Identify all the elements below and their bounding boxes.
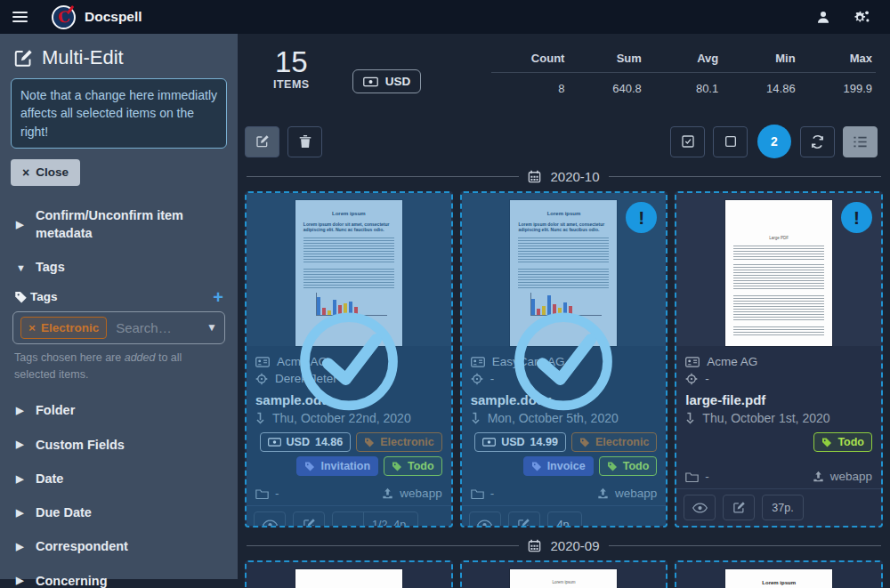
sidebar-item-folder[interactable]: ▶ Folder <box>11 393 227 427</box>
card-footer: → 1/2, 4p. <box>247 505 451 528</box>
edit-item-button[interactable] <box>293 511 325 528</box>
tags-help-text: Tags chosen here are added to all select… <box>12 344 225 389</box>
tags-search-placeholder: Search… <box>116 320 172 335</box>
card-footer: 37p. <box>676 488 881 526</box>
tag-badge-todo[interactable]: Todo <box>384 456 442 476</box>
page-count: 1/2, 4p. <box>363 512 417 528</box>
caret-right-icon: ▶ <box>16 507 23 519</box>
tag-chip-electronic[interactable]: × Electronic <box>20 317 107 339</box>
currency-badge: USD <box>352 69 422 93</box>
sidebar-item-custom-fields[interactable]: ▶ Custom Fields <box>11 428 227 462</box>
selection-toolbar: 2 <box>238 121 890 165</box>
preview-eye-button[interactable] <box>684 495 716 520</box>
tag-icon <box>579 437 590 447</box>
chevron-down-icon[interactable]: ▼ <box>206 321 217 334</box>
document-preview: Keywords in PDF <box>247 562 451 588</box>
tags-search-input[interactable]: × Electronic Search… ▼ <box>12 311 225 344</box>
calendar-icon <box>528 539 541 552</box>
item-card[interactable]: Keywords in PDF <box>245 560 453 588</box>
caret-down-icon: ▼ <box>16 262 23 273</box>
top-navbar: C Docspell <box>0 0 890 34</box>
caret-right-icon: ▶ <box>16 473 23 485</box>
tag-badge-invitation[interactable]: Invitation <box>296 456 378 476</box>
delete-selected-button[interactable] <box>287 126 322 157</box>
stats-header: 15 ITEMS USD CountSum AvgMin Max 8640.8 … <box>238 34 890 121</box>
amount-badge: USD 14.86 <box>260 432 352 452</box>
item-date-row: Thu, October 22nd, 2020 <box>255 409 442 431</box>
multi-edit-sidebar: Multi-Edit Note that a change here immed… <box>0 34 238 579</box>
concerning-row: - <box>685 370 872 387</box>
sidebar-item-concerning[interactable]: ▶ Concerning <box>11 564 227 588</box>
item-name: sample.docx <box>471 387 658 409</box>
item-card[interactable]: Lorem ipsum Lorem ipsum dolor sit amet, … <box>675 560 883 588</box>
tag-icon <box>14 290 28 303</box>
close-button[interactable]: × Close <box>11 159 80 186</box>
concerning-row: - <box>471 370 658 387</box>
preview-chart <box>316 293 387 316</box>
item-card[interactable]: Lorem ipsum Lorem ipsum dolor sit amet, … <box>460 560 668 588</box>
card-footer: 4p. <box>462 505 667 528</box>
item-card-large-file-pdf[interactable]: ! Large PDF Acme AG <box>675 191 883 528</box>
page-count: 37p. <box>762 495 803 520</box>
tag-icon <box>531 461 542 471</box>
next-attachment-button[interactable]: → <box>333 512 363 528</box>
tag-badge-todo[interactable]: Todo <box>599 456 658 476</box>
tag-icon <box>821 437 832 447</box>
user-icon[interactable] <box>815 9 831 25</box>
docspell-logo: C <box>52 5 76 29</box>
refresh-button[interactable] <box>800 126 835 157</box>
person-target-icon <box>685 373 698 385</box>
remove-tag-icon[interactable]: × <box>28 321 36 334</box>
correspondent-row: EasyCare AG <box>471 353 658 370</box>
item-card-grid: Lorem ipsum Lorem ipsum dolor sit amet, … <box>238 191 890 528</box>
folder-icon <box>685 471 699 482</box>
item-name: sample.odt <box>255 387 442 409</box>
arrow-down-icon <box>685 412 695 424</box>
folder-icon <box>255 488 269 499</box>
preview-chart <box>530 293 602 316</box>
document-preview: Lorem ipsum Lorem ipsum dolor sit amet, … <box>676 562 881 588</box>
due-alert-badge: ! <box>841 202 872 233</box>
arrow-down-icon <box>255 412 265 424</box>
add-tag-icon[interactable]: + <box>213 288 223 306</box>
tags-field-label: Tags <box>30 290 58 303</box>
page-count: 4p. <box>547 511 582 528</box>
view-menu-button[interactable] <box>843 126 878 157</box>
date-group-header: 2020-10 <box>238 165 890 191</box>
item-card-sample-odt[interactable]: Lorem ipsum Lorem ipsum dolor sit amet, … <box>245 191 453 528</box>
menu-icon[interactable] <box>0 12 39 22</box>
address-card-icon <box>255 357 270 367</box>
sidebar-item-date[interactable]: ▶ Date <box>11 462 227 495</box>
address-card-icon <box>471 357 485 367</box>
edit-item-button[interactable] <box>723 495 755 520</box>
edit-selected-button[interactable] <box>245 126 279 157</box>
attachment-nav-group: → 1/2, 4p. <box>332 511 418 528</box>
deselect-all-button[interactable] <box>713 126 748 157</box>
caret-right-icon: ▶ <box>16 439 23 450</box>
tag-icon <box>304 461 315 471</box>
calendar-icon <box>528 170 541 183</box>
preview-eye-button[interactable] <box>469 511 501 528</box>
amount-badge: USD 14.99 <box>474 432 566 452</box>
tag-badge-invoice[interactable]: Invoice <box>523 456 594 476</box>
item-card-sample-docx[interactable]: ! Lorem ipsum Lorem ipsum dolor sit amet… <box>460 191 668 528</box>
edit-item-button[interactable] <box>508 511 540 528</box>
sidebar-item-due-date[interactable]: ▶ Due Date <box>11 495 227 529</box>
sidebar-item-correspondent[interactable]: ▶ Correspondent <box>11 529 227 563</box>
tag-icon <box>607 461 618 471</box>
select-all-button[interactable] <box>670 126 705 157</box>
tag-badge-todo[interactable]: Todo <box>813 432 872 452</box>
sidebar-item-tags[interactable]: ▼ Tags <box>11 250 227 284</box>
preview-eye-button[interactable] <box>254 511 286 528</box>
settings-gears-icon[interactable] <box>851 9 870 25</box>
tag-badge-electronic[interactable]: Electronic <box>356 432 441 452</box>
document-preview: Lorem ipsum Lorem ipsum dolor sit amet, … <box>462 562 667 588</box>
sidebar-item-confirm-metadata[interactable]: ▶ Confirm/Unconfirm item metadata <box>11 198 215 251</box>
tags-edit-panel: Tags + × Electronic Search… ▼ Tags chose… <box>11 285 227 394</box>
upload-icon <box>813 471 824 482</box>
tag-badge-electronic[interactable]: Electronic <box>571 432 657 452</box>
item-date-row: Mon, October 5th, 2020 <box>471 409 658 431</box>
selected-count-badge[interactable]: 2 <box>757 125 791 158</box>
item-name: large-file.pdf <box>685 387 872 409</box>
stats-table: CountSum AvgMin Max 8640.8 80.114.86 199… <box>491 46 876 104</box>
